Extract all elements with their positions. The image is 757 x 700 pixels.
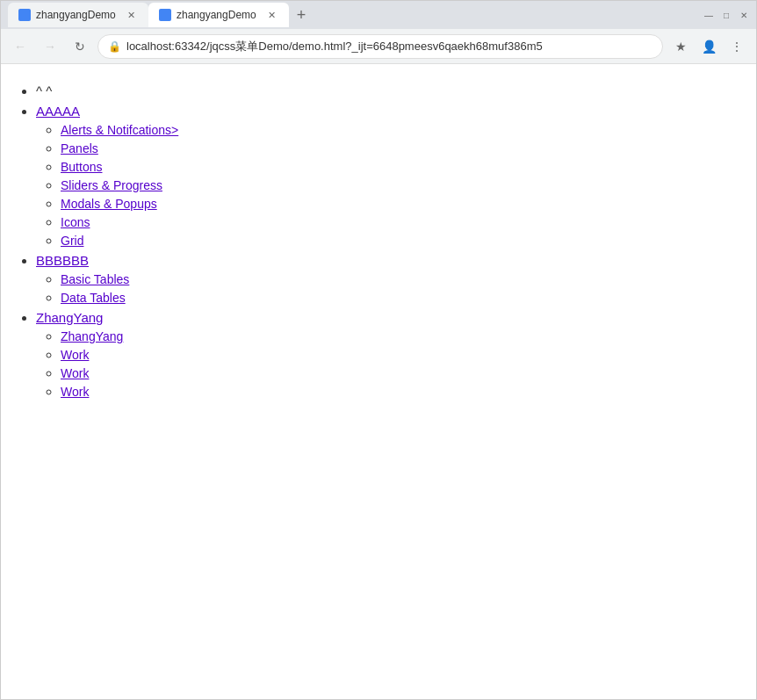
list-item: Icons	[61, 214, 739, 229]
list-item: Work	[61, 365, 739, 380]
tab-close-2[interactable]: ✕	[264, 8, 278, 22]
browser-window: zhangyangDemo ✕ zhangyangDemo ✕ + — □ ✕ …	[0, 0, 757, 700]
list-item: Buttons	[61, 159, 739, 174]
list-item: Data Tables	[61, 290, 739, 305]
profile-icon[interactable]: 👤	[696, 34, 721, 59]
new-tab-button[interactable]: +	[289, 3, 314, 27]
address-bar: ← → ↻ 🔒 ★ 👤 ⋮	[1, 29, 756, 64]
url-bar-wrapper: 🔒	[97, 34, 663, 59]
submenu-link[interactable]: Basic Tables	[61, 272, 129, 286]
title-bar: zhangyangDemo ✕ zhangyangDemo ✕ + — □ ✕	[1, 1, 756, 29]
back-button[interactable]: ←	[8, 34, 32, 59]
submenu-link-zhangyang[interactable]: ZhangYang	[61, 329, 123, 343]
minimize-button[interactable]: —	[703, 10, 714, 20]
tab-title-1: zhangyangDemo	[36, 9, 119, 21]
list-item: Work	[61, 384, 739, 399]
submenu-link[interactable]: Panels	[61, 141, 98, 155]
tab-close-1[interactable]: ✕	[124, 8, 138, 22]
bookmark-icon[interactable]: ★	[668, 34, 693, 59]
submenu-link[interactable]: Modals & Popups	[61, 197, 157, 211]
submenu-link[interactable]: Sliders & Progress	[61, 178, 162, 192]
close-button[interactable]: ✕	[739, 10, 749, 20]
window-controls: — □ ✕	[703, 10, 749, 20]
address-actions: ★ 👤 ⋮	[668, 34, 749, 59]
list-item: Sliders & Progress	[61, 177, 739, 192]
list-item: Basic Tables	[61, 271, 739, 286]
submenu-link-work-1[interactable]: Work	[61, 348, 89, 362]
forward-button[interactable]: →	[38, 34, 62, 59]
submenu-zhangyang: ZhangYang Work Work Work	[36, 328, 739, 399]
menu-item-zhangyang: ZhangYang ZhangYang Work Work Work	[36, 310, 739, 399]
list-item: Alerts & Notifcations>	[61, 122, 739, 137]
submenu-link[interactable]: Grid	[61, 234, 83, 248]
list-item: Panels	[61, 141, 739, 155]
main-menu-list: ^ ^ AAAAA Alerts & Notifcations> Panels …	[18, 83, 739, 399]
browser-tab-2[interactable]: zhangyangDemo ✕	[148, 3, 289, 27]
menu-item-aaaaa: AAAAA Alerts & Notifcations> Panels Butt…	[36, 104, 739, 248]
list-item: Modals & Popups	[61, 196, 739, 211]
submenu-bbbbbb: Basic Tables Data Tables	[36, 271, 739, 305]
caret-label: ^ ^	[36, 83, 52, 98]
submenu-link[interactable]: Icons	[61, 215, 90, 229]
browser-tab-1[interactable]: zhangyangDemo ✕	[8, 3, 148, 27]
submenu-link[interactable]: Buttons	[61, 160, 102, 174]
address-input[interactable]	[97, 34, 663, 59]
menu-dots-icon[interactable]: ⋮	[725, 34, 749, 59]
submenu-link[interactable]: Data Tables	[61, 291, 126, 305]
list-item: ZhangYang	[61, 328, 739, 343]
menu-link-aaaaa[interactable]: AAAAA	[36, 104, 80, 119]
list-item: Grid	[61, 233, 739, 248]
tab-favicon-2	[159, 9, 171, 21]
submenu-link-work-2[interactable]: Work	[61, 366, 89, 380]
menu-item-bbbbbb: BBBBBB Basic Tables Data Tables	[36, 253, 739, 305]
submenu-link-work-3[interactable]: Work	[61, 385, 89, 399]
reload-button[interactable]: ↻	[68, 34, 92, 59]
menu-link-bbbbbb[interactable]: BBBBBB	[36, 253, 89, 268]
maximize-button[interactable]: □	[721, 10, 732, 20]
tab-title-2: zhangyangDemo	[177, 9, 259, 21]
tab-favicon-1	[18, 9, 31, 21]
list-item: Work	[61, 347, 739, 362]
menu-link-zhangyang[interactable]: ZhangYang	[36, 310, 103, 325]
submenu-link[interactable]: Alerts & Notifcations>	[61, 123, 178, 137]
submenu-aaaaa: Alerts & Notifcations> Panels Buttons Sl…	[36, 122, 739, 248]
menu-item-caret: ^ ^	[36, 83, 739, 98]
lock-icon: 🔒	[108, 40, 121, 53]
page-content: ^ ^ AAAAA Alerts & Notifcations> Panels …	[1, 64, 756, 699]
